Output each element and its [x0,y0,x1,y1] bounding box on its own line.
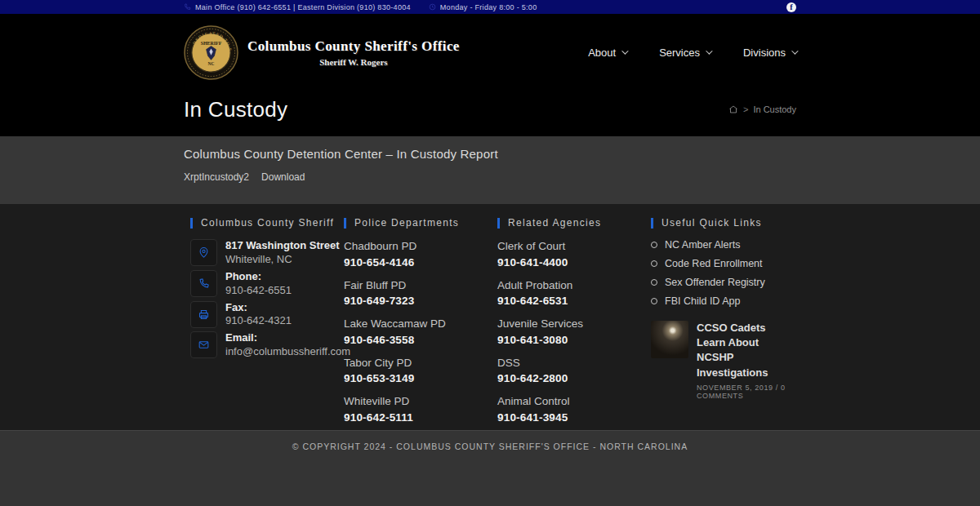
home-icon[interactable] [728,104,738,114]
footer-column-police: Police Departments Chadbourn PD 910-654-… [344,217,497,433]
circle-bullet-icon [651,298,657,304]
chevron-down-icon [791,47,798,54]
contact-address[interactable]: 817 Washington Street Whiteville, NC [190,239,344,267]
list-item: Animal Control 910-641-3945 [497,394,651,424]
list-item: DSS 910-642-2800 [497,356,651,385]
footer-heading-sheriff-label: Columbus County Sheriff [201,217,334,229]
brand-title: Columbus County Sheriff's Office [247,38,460,55]
topbar-contact-text: Main Office (910) 642-6551 | Eastern Div… [195,3,411,11]
nav-about[interactable]: About [588,47,626,59]
news-thumbnail [651,321,688,358]
footer-news-item[interactable]: CCSO Cadets Learn About NCSHP Investigat… [651,321,796,400]
topbar-hours-text: Monday - Friday 8:00 - 5:00 [440,3,537,11]
list-item: Clerk of Court 910-641-4400 [497,239,651,269]
copyright-text: © Copyright 2024 - Columbus County Sheri… [0,442,980,451]
accent-bar [651,218,653,229]
contact-fax[interactable]: Fax: 910-642-4321 [190,301,344,329]
footer-heading-agencies-label: Related Agencies [508,217,601,229]
agency-name: Juvenile Services [497,317,651,331]
dept-name: Chadbourn PD [344,239,497,254]
footer-heading-quicklinks-label: Useful Quick Links [662,217,762,229]
agency-phone: 910-641-4400 [497,256,651,269]
list-item: Juvenile Services 910-641-3080 [497,317,651,346]
quicklink-label: Code Red Enrollment [665,258,763,269]
chevron-down-icon [621,47,628,54]
fax-number: 910-642-4321 [225,314,292,328]
circle-bullet-icon [651,260,657,267]
brand[interactable]: Columbus County Sheriff's Office Sheriff… [247,38,460,67]
agency-phone: 910-641-3945 [497,411,651,424]
site-header: DEDICATED TO SERVE SHERIFF NC Columbus C… [0,14,980,136]
nav-divisions-label: Divisions [743,47,786,59]
email-address: info@columbussheriff.com [225,345,350,359]
list-item: Chadbourn PD 910-654-4146 [344,239,497,269]
breadcrumb: > In Custody [728,104,796,114]
topbar-contact-group: Main Office (910) 642-6551 | Eastern Div… [184,3,411,11]
agency-phone: 910-642-6531 [497,295,651,307]
page-title: In Custody [184,97,287,122]
nav-services-label: Services [659,47,700,59]
footer-column-quicklinks: Useful Quick Links NC Amber Alerts Code … [651,217,796,433]
location-icon [190,239,217,266]
quicklink-code-red-enrollment[interactable]: Code Red Enrollment [651,258,796,269]
content-heading: Columbus County Detention Center – In Cu… [184,147,796,161]
fax-icon [190,301,217,328]
agency-name: DSS [497,356,651,371]
quicklink-nc-amber-alerts[interactable]: NC Amber Alerts [651,239,796,251]
news-title: CCSO Cadets Learn About NCSHP Investigat… [697,321,796,380]
accent-bar [497,218,500,229]
email-icon [190,331,217,358]
sheriff-badge-logo[interactable]: DEDICATED TO SERVE SHERIFF NC [184,25,238,80]
chevron-down-icon [706,47,712,54]
footer-heading-agencies: Related Agencies [497,217,651,229]
footer-column-sheriff: Columbus County Sheriff 817 Washington S… [190,217,344,433]
clock-icon [429,3,436,11]
dept-phone: 910-649-7323 [344,295,497,307]
footer-heading-sheriff: Columbus County Sheriff [190,217,344,229]
quicklink-label: Sex Offender Registry [665,277,765,288]
contact-email[interactable]: Email: info@columbussheriff.com [190,331,344,359]
footer-heading-quicklinks: Useful Quick Links [651,217,796,229]
svg-text:SHERIFF: SHERIFF [201,40,222,45]
contact-phone[interactable]: Phone: 910-642-6551 [190,270,344,298]
breadcrumb-current: In Custody [753,104,796,114]
brand-subtitle: Sheriff W. Rogers [247,57,460,67]
nav-divisions[interactable]: Divisions [743,47,796,59]
dept-phone: 910-642-5111 [344,411,497,424]
dept-name: Lake Waccamaw PD [344,317,497,331]
quicklink-label: FBI Child ID App [665,295,740,307]
quicklink-label: NC Amber Alerts [665,239,740,251]
main-content: Columbus County Detention Center – In Cu… [0,136,980,204]
list-item: Adult Probation 910-642-6531 [497,278,651,308]
dept-name: Tabor City PD [344,356,497,371]
facebook-icon[interactable]: f [786,2,796,12]
address-line2: Whiteville, NC [225,253,340,267]
dept-phone: 910-646-3558 [344,334,497,346]
accent-bar [190,218,193,229]
quicklink-sex-offender-registry[interactable]: Sex Offender Registry [651,277,796,288]
report-file-link[interactable]: XrptIncustody2 [184,171,249,183]
breadcrumb-separator: > [743,104,748,114]
phone-number: 910-642-6551 [225,284,292,298]
list-item: Tabor City PD 910-653-3149 [344,356,497,385]
phone-icon [184,3,191,11]
email-label: Email: [225,331,350,345]
fax-label: Fax: [225,301,292,315]
list-item: Whiteville PD 910-642-5111 [344,394,497,424]
circle-bullet-icon [651,242,657,248]
download-link[interactable]: Download [261,171,305,183]
footer-heading-police: Police Departments [344,217,497,229]
address-line1: 817 Washington Street [225,239,340,253]
phone-icon [190,270,217,297]
footer-column-agencies: Related Agencies Clerk of Court 910-641-… [497,217,651,433]
accent-bar [344,218,346,229]
dept-phone: 910-654-4146 [344,256,497,269]
topbar-hours-group: Monday - Friday 8:00 - 5:00 [429,3,537,11]
nav-about-label: About [588,47,616,59]
dept-name: Fair Bluff PD [344,278,497,293]
nav-services[interactable]: Services [659,47,710,59]
agency-phone: 910-642-2800 [497,372,651,384]
agency-name: Clerk of Court [497,239,651,254]
dept-phone: 910-653-3149 [344,372,497,384]
quicklink-fbi-child-id-app[interactable]: FBI Child ID App [651,295,796,307]
